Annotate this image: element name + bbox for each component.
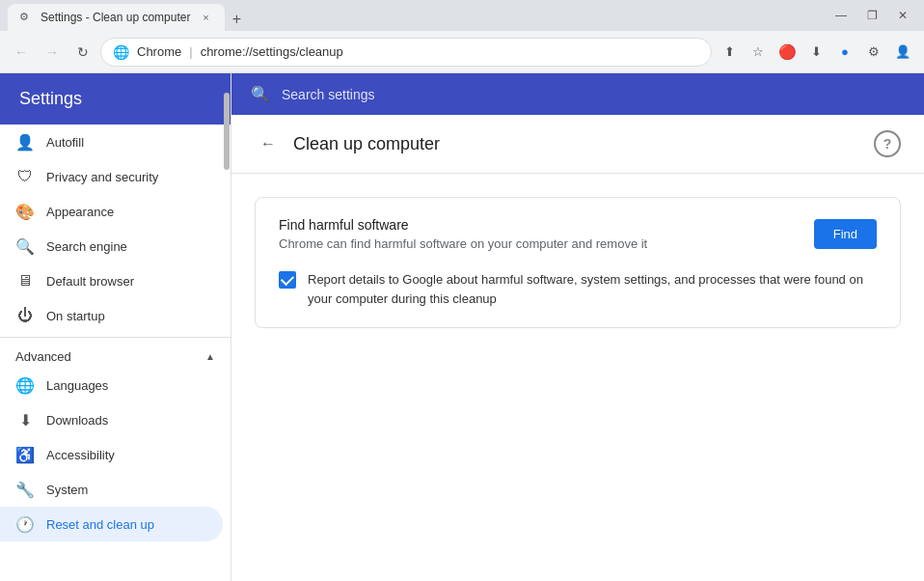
sidebar-item-autofill[interactable]: 👤 Autofill	[0, 124, 223, 159]
sidebar-item-appearance[interactable]: 🎨 Appearance	[0, 194, 223, 229]
active-tab[interactable]: ⚙ Settings - Clean up computer ×	[8, 4, 225, 31]
tab-bar: ⚙ Settings - Clean up computer × +	[8, 0, 248, 31]
report-checkbox-label: Report details to Google about harmful s…	[308, 270, 877, 308]
autofill-icon: 👤	[15, 132, 35, 152]
sidebar-item-system-label: System	[46, 483, 88, 497]
new-tab-button[interactable]: +	[225, 8, 248, 31]
address-url: chrome://settings/cleanup	[201, 44, 343, 59]
sidebar-scrollbar[interactable]	[224, 93, 230, 170]
navbar: ← → ↻ 🌐 Chrome | chrome://settings/clean…	[0, 31, 924, 73]
sidebar-item-reset-label: Reset and clean up	[46, 517, 154, 532]
sidebar-item-default-browser-label: Default browser	[46, 274, 134, 289]
sidebar-item-reset[interactable]: 🕐 Reset and clean up	[0, 507, 223, 541]
minimize-btn[interactable]: —	[828, 6, 855, 25]
sidebar: Settings 👤 Autofill 🛡 Privacy and securi…	[0, 73, 231, 581]
refresh-btn[interactable]: ↻	[69, 39, 96, 66]
sidebar-item-accessibility-label: Accessibility	[46, 448, 115, 462]
app-layout: Settings 👤 Autofill 🛡 Privacy and securi…	[0, 73, 924, 581]
window-controls: — ❐ ✕	[828, 6, 916, 25]
search-engine-icon: 🔍	[15, 236, 35, 256]
content-body: Find harmful software Chrome can find ha…	[231, 174, 924, 367]
find-harmful-section: Find harmful software Chrome can find ha…	[255, 197, 901, 328]
sidebar-item-system[interactable]: 🔧 System	[0, 472, 223, 507]
extension-btn[interactable]: ●	[831, 39, 858, 66]
tab-favicon: ⚙	[19, 11, 33, 24]
maximize-btn[interactable]: ❐	[858, 6, 885, 25]
share-btn[interactable]: ⬆	[716, 39, 743, 66]
sidebar-divider	[0, 337, 231, 338]
bookmark-btn[interactable]: ☆	[745, 39, 772, 66]
advanced-label: Advanced	[15, 349, 71, 364]
sidebar-item-languages-label: Languages	[46, 378, 108, 393]
sidebar-item-search-engine[interactable]: 🔍 Search engine	[0, 229, 223, 263]
downloads-icon: ⬇	[15, 410, 35, 429]
profile-btn[interactable]: 👤	[889, 39, 916, 66]
reset-icon: 🕐	[15, 514, 35, 534]
sidebar-item-search-engine-label: Search engine	[46, 239, 127, 254]
forward-nav-btn[interactable]: →	[39, 39, 66, 66]
back-nav-btn[interactable]: ←	[8, 39, 35, 66]
sidebar-item-privacy[interactable]: 🛡 Privacy and security	[0, 159, 223, 194]
nav-right-icons: ⬆ ☆ 🔴 ⬇ ● ⚙ 👤	[716, 39, 916, 66]
address-separator: |	[189, 44, 192, 59]
appearance-icon: 🎨	[15, 202, 35, 221]
search-icon: 🔍	[251, 85, 270, 103]
sidebar-header: Settings	[0, 73, 231, 124]
languages-icon: 🌐	[15, 375, 35, 395]
sidebar-item-downloads-label: Downloads	[46, 413, 108, 428]
advanced-collapse-icon: ▲	[205, 351, 215, 362]
find-button[interactable]: Find	[814, 219, 877, 249]
privacy-icon: 🛡	[15, 167, 35, 186]
find-harmful-title: Find harmful software	[279, 217, 799, 233]
find-harmful-text: Find harmful software Chrome can find ha…	[279, 217, 799, 251]
content-header: ← Clean up computer ?	[231, 115, 924, 174]
advanced-section-header[interactable]: Advanced ▲	[0, 342, 231, 368]
page-title: Clean up computer	[293, 134, 874, 154]
sidebar-top-items: 👤 Autofill 🛡 Privacy and security 🎨 Appe…	[0, 124, 231, 333]
settings-search-bar: 🔍	[231, 73, 924, 115]
sidebar-item-downloads[interactable]: ⬇ Downloads	[0, 402, 223, 437]
tab-close-btn[interactable]: ×	[198, 10, 213, 25]
main-content: 🔍 ← Clean up computer ? Find harmful sof…	[231, 73, 924, 581]
search-input[interactable]	[282, 87, 905, 102]
download-indicator[interactable]: ⬇	[802, 39, 829, 66]
help-button[interactable]: ?	[874, 130, 901, 157]
sidebar-item-languages[interactable]: 🌐 Languages	[0, 368, 223, 402]
sidebar-advanced-items: 🌐 Languages ⬇ Downloads ♿ Accessibility …	[0, 368, 231, 541]
titlebar: ⚙ Settings - Clean up computer × + — ❐ ✕	[0, 0, 924, 31]
report-checkbox-row: Report details to Google about harmful s…	[279, 266, 877, 308]
address-bar[interactable]: 🌐 Chrome | chrome://settings/cleanup	[100, 38, 712, 67]
sidebar-item-on-startup-label: On startup	[46, 309, 105, 323]
on-startup-icon: ⏻	[15, 306, 35, 325]
address-site-icon: 🌐	[113, 44, 129, 60]
close-btn[interactable]: ✕	[889, 6, 916, 25]
report-checkbox[interactable]	[279, 271, 296, 289]
sidebar-item-privacy-label: Privacy and security	[46, 170, 158, 184]
sidebar-item-on-startup[interactable]: ⏻ On startup	[0, 298, 223, 333]
sidebar-item-autofill-label: Autofill	[46, 135, 84, 150]
sidebar-item-default-browser[interactable]: 🖥 Default browser	[0, 263, 223, 298]
find-harmful-description: Chrome can find harmful software on your…	[279, 236, 799, 251]
opera-icon[interactable]: 🔴	[774, 39, 801, 66]
tab-title: Settings - Clean up computer	[41, 11, 190, 24]
back-button[interactable]: ←	[255, 130, 282, 157]
sidebar-item-accessibility[interactable]: ♿ Accessibility	[0, 437, 223, 472]
find-harmful-row: Find harmful software Chrome can find ha…	[279, 217, 877, 251]
address-site: Chrome	[137, 44, 181, 59]
sidebar-item-appearance-label: Appearance	[46, 205, 114, 219]
default-browser-icon: 🖥	[15, 271, 35, 290]
system-icon: 🔧	[15, 480, 35, 499]
accessibility-icon: ♿	[15, 445, 35, 464]
extensions-btn[interactable]: ⚙	[860, 39, 887, 66]
